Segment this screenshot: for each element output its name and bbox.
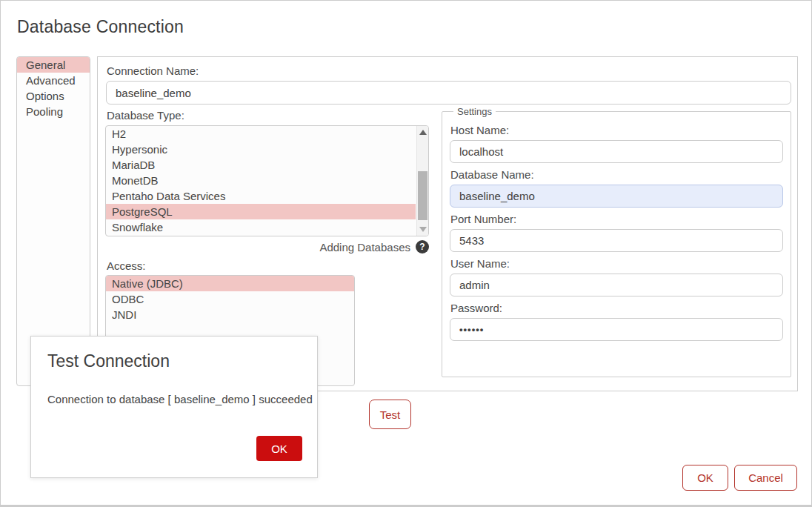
host-name-label: Host Name: [450,124,783,136]
password-input[interactable] [450,318,783,341]
user-name-input[interactable] [450,274,783,296]
tab-pooling[interactable]: Pooling [17,104,90,119]
modal-ok-button[interactable]: OK [256,436,302,461]
access-label: Access: [107,259,146,272]
db-type-option-hypersonic[interactable]: Hypersonic [106,142,416,157]
settings-legend: Settings [453,106,496,117]
help-question-icon[interactable]: ? [416,240,429,254]
db-type-option-monetdb[interactable]: MonetDB [106,173,416,188]
db-type-option-snowflake[interactable]: Snowflake [106,219,416,235]
host-name-input[interactable] [450,140,783,163]
db-type-option-pentaho-data-services[interactable]: Pentaho Data Services [106,188,416,204]
adding-databases-label: Adding Databases [319,241,410,254]
tab-general[interactable]: General [17,57,90,73]
access-option-odbc[interactable]: ODBC [106,291,354,307]
db-type-option-postgresql[interactable]: PostgreSQL [106,204,416,219]
database-connection-dialog: Database Connection General Advanced Opt… [0,0,812,507]
access-option-jndi[interactable]: JNDI [106,307,354,322]
cancel-button[interactable]: Cancel [734,465,797,491]
tab-advanced[interactable]: Advanced [17,73,90,88]
database-type-label: Database Type: [107,109,184,122]
database-name-input[interactable] [450,185,783,208]
modal-title: Test Connection [47,351,170,371]
scroll-up-arrow-icon[interactable] [419,130,427,135]
database-type-list: H2 Hypersonic MariaDB MonetDB Pentaho Da… [105,125,429,236]
password-label: Password: [450,302,783,314]
test-button[interactable]: Test [369,400,411,429]
scrollbar-thumb[interactable] [418,171,427,220]
access-option-native-jdbc[interactable]: Native (JDBC) [106,276,354,291]
database-name-label: Database Name: [450,168,783,181]
connection-name-input[interactable] [106,81,791,105]
page-title: Database Connection [17,17,184,37]
port-number-label: Port Number: [450,213,783,225]
port-number-input[interactable] [450,229,783,252]
connection-name-label: Connection Name: [107,64,199,77]
db-type-option-mariadb[interactable]: MariaDB [106,157,416,173]
settings-group: Settings Host Name: Database Name: Port … [442,106,791,377]
user-name-label: User Name: [450,257,783,270]
tab-options[interactable]: Options [17,88,90,104]
adding-databases-row: Adding Databases ? [105,239,429,254]
db-type-scrollbar[interactable] [416,126,428,236]
scroll-down-arrow-icon[interactable] [419,227,427,232]
db-type-option-h2[interactable]: H2 [106,126,416,142]
ok-button[interactable]: OK [682,465,728,491]
modal-message: Connection to database [ baseline_demo ]… [47,393,313,405]
test-connection-modal: Test Connection Connection to database [… [30,336,318,478]
